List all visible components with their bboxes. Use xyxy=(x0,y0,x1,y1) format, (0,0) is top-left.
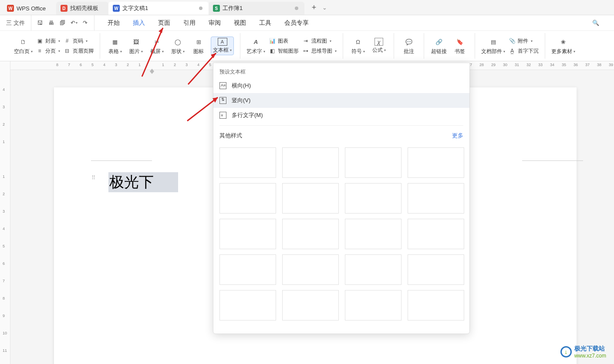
smartart-button[interactable]: ◧智能图形 xyxy=(269,47,299,55)
table-button[interactable]: ▦表格▾ xyxy=(106,37,124,55)
textbox-horizontal-option[interactable]: A≡ 横向(H) xyxy=(213,78,469,93)
chart-icon: 📊 xyxy=(269,37,276,44)
file-menu[interactable]: 三 文件 xyxy=(3,18,27,28)
search-icon[interactable]: 🔍 xyxy=(590,18,601,28)
annotation-arrow xyxy=(186,49,225,89)
page-number-button[interactable]: #页码▾ xyxy=(64,37,94,45)
menu-tools[interactable]: 工具 xyxy=(259,19,271,27)
textbox-style-thumb[interactable] xyxy=(345,183,401,214)
textbox-dropdown-panel: 预设文本框 A≡ 横向(H) ⇅ 竖向(V) ≡ 多行文字(M) 其他样式 更多 xyxy=(213,63,470,334)
wordart-button[interactable]: A艺术字▾ xyxy=(246,37,265,55)
textbox-style-thumb[interactable] xyxy=(282,219,339,249)
save-icon[interactable]: 🖫 xyxy=(35,18,45,28)
textbox-style-thumb[interactable] xyxy=(219,254,276,285)
mindmap-button[interactable]: ⊶思维导图▾ xyxy=(302,47,337,55)
comment-button[interactable]: 💬批注 xyxy=(400,37,418,55)
textbox-style-thumb[interactable] xyxy=(345,290,401,321)
textbox-multiline-option[interactable]: ≡ 多行文字(M) xyxy=(213,108,469,123)
textbox-style-thumb[interactable] xyxy=(408,254,464,285)
textbox-style-thumb[interactable] xyxy=(219,183,276,214)
dropcap-icon: A̲ xyxy=(509,47,516,54)
textbox-style-thumb[interactable] xyxy=(408,183,464,214)
wps-logo-icon: W xyxy=(7,5,14,12)
app-title-tab: W WPS Office xyxy=(3,2,56,15)
textbox-icon: A xyxy=(218,38,227,46)
textbox-panel-header: 预设文本框 xyxy=(213,66,469,78)
selected-text[interactable]: 极光下 xyxy=(108,172,178,192)
hyperlink-button[interactable]: 🔗超链接 xyxy=(430,37,448,55)
textbox-style-thumb[interactable] xyxy=(282,290,339,321)
shape-icon: ◯ xyxy=(172,37,183,47)
textbox-style-thumb[interactable] xyxy=(219,219,276,249)
menu-member[interactable]: 会员专享 xyxy=(284,19,309,27)
app-title: WPS Office xyxy=(17,5,46,12)
textbox-vertical-option[interactable]: ⇅ 竖向(V) xyxy=(213,93,469,108)
formula-button[interactable]: χ公式▾ xyxy=(370,38,388,54)
menu-home[interactable]: 开始 xyxy=(108,19,120,27)
textbox-style-grid xyxy=(213,143,469,325)
cover-button[interactable]: ▣封面▾ xyxy=(36,37,60,45)
menu-review[interactable]: 审阅 xyxy=(209,19,221,27)
separator xyxy=(219,125,463,126)
assets-icon: ❀ xyxy=(558,37,569,47)
spreadsheet-icon: S xyxy=(213,5,220,12)
doc-parts-button[interactable]: ▤文档部件▾ xyxy=(481,37,505,55)
main-menu: 开始 插入 页面 引用 审阅 视图 工具 会员专享 xyxy=(94,19,309,27)
textbox-style-thumb[interactable] xyxy=(282,254,339,285)
annotation-arrow xyxy=(138,24,172,82)
textbox-style-thumb[interactable] xyxy=(345,147,401,178)
annotation-arrow xyxy=(185,95,224,127)
attachment-button[interactable]: 📎附件▾ xyxy=(509,37,539,45)
more-assets-button[interactable]: ❀更多素材▾ xyxy=(551,37,575,55)
drag-handle-icon[interactable]: ⠿ xyxy=(91,174,97,181)
menu-references[interactable]: 引用 xyxy=(183,19,196,27)
print-icon[interactable]: 🖶 xyxy=(46,18,57,28)
undo-icon[interactable]: ↶▾ xyxy=(69,18,79,28)
tab-spreadsheet[interactable]: S 工作簿1 xyxy=(209,2,304,15)
textbox-style-thumb[interactable] xyxy=(345,219,401,249)
top-margin-guide-right xyxy=(522,160,583,161)
header-footer-button[interactable]: ⊟页眉页脚 xyxy=(64,47,94,55)
svg-line-3 xyxy=(188,53,216,84)
dropcap-button[interactable]: A̲首字下沉 xyxy=(509,47,539,55)
redo-icon[interactable]: ↷ xyxy=(80,18,91,28)
menu-view[interactable]: 视图 xyxy=(234,19,246,27)
svg-line-5 xyxy=(187,97,218,121)
blank-page-button[interactable]: 🗋 空白页▾ xyxy=(14,37,33,55)
page-number-icon: # xyxy=(64,37,71,44)
new-tab-button[interactable]: + xyxy=(309,3,319,12)
tab-document-active[interactable]: W 文字文稿1 xyxy=(108,2,209,15)
textbox-style-thumb[interactable] xyxy=(219,290,276,321)
close-tab-icon[interactable] xyxy=(199,7,202,10)
close-tab-icon[interactable] xyxy=(295,7,298,10)
watermark-logo-icon: ↓ xyxy=(560,346,572,357)
textbox-style-thumb[interactable] xyxy=(282,147,339,178)
header-footer-icon: ⊟ xyxy=(64,47,71,54)
textbox-style-thumb[interactable] xyxy=(282,183,339,214)
watermark: ↓ 极光下载站 www.xz7.com xyxy=(560,345,606,359)
print-preview-icon[interactable]: 🗐 xyxy=(57,18,68,28)
tab-list-dropdown[interactable]: ⌄ xyxy=(321,4,329,11)
file-menu-group: 三 文件 xyxy=(0,15,31,30)
formula-icon: χ xyxy=(374,38,383,46)
watermark-brand: 极光下载站 xyxy=(574,345,606,353)
vertical-ruler[interactable]: 43211234567891011 xyxy=(0,61,10,364)
bookmark-button[interactable]: 🔖书签 xyxy=(451,37,469,55)
menu-right-tools: 🔍 xyxy=(590,18,614,28)
textbox-style-thumb[interactable] xyxy=(408,147,464,178)
chart-button[interactable]: 📊图表 xyxy=(269,37,299,45)
symbol-icon: Ω xyxy=(353,37,363,47)
flowchart-icon: ⇥ xyxy=(302,37,309,44)
page-break-icon: ≡ xyxy=(36,47,43,54)
page-break-button[interactable]: ≡分页▾ xyxy=(36,47,60,55)
textbox-style-thumb[interactable] xyxy=(408,219,464,249)
textbox-style-thumb[interactable] xyxy=(345,254,401,285)
textbox-style-thumb[interactable] xyxy=(408,290,464,321)
symbol-button[interactable]: Ω符号▾ xyxy=(349,37,367,55)
icons-icon: ⊞ xyxy=(193,37,204,47)
tab-templates[interactable]: D 找稻壳模板 xyxy=(56,2,108,15)
textbox-style-thumb[interactable] xyxy=(219,147,276,178)
template-icon: D xyxy=(61,5,67,12)
flowchart-button[interactable]: ⇥流程图▾ xyxy=(302,37,337,45)
more-styles-link[interactable]: 更多 xyxy=(452,132,463,140)
